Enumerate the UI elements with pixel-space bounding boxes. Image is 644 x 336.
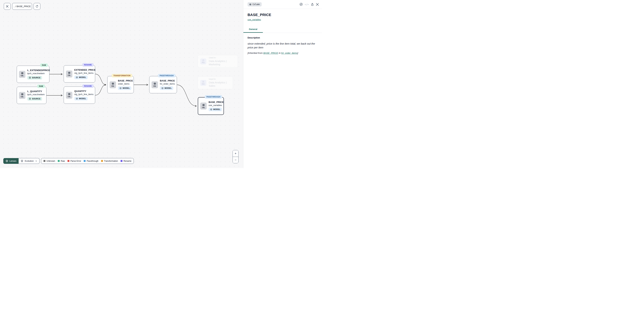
legend-item: Transformation — [101, 160, 118, 162]
lens-dropdown[interactable]: Evolution — [18, 158, 39, 164]
used-in-label: Used In — [209, 57, 235, 59]
col-label: COL — [153, 85, 156, 87]
cube-icon — [162, 87, 164, 89]
archive-icon — [202, 59, 204, 62]
legend-item: Parse Error — [68, 160, 81, 162]
database-icon — [29, 98, 31, 100]
layers-icon — [21, 160, 23, 162]
node-title: QUANTITY — [74, 90, 86, 93]
database-icon — [29, 77, 31, 79]
prj-label: PRJ — [202, 62, 205, 64]
cube-icon — [76, 76, 78, 79]
share-icon[interactable] — [311, 3, 314, 6]
node-title: L_EXTENDEDPRICE — [27, 69, 50, 72]
used-in-card-marketing[interactable]: PRJ Used In Data Analytics | Marketing — [198, 55, 238, 68]
app: .. / BASE_PRICE RAW COL L_EXTENDEDPRICE … — [0, 0, 322, 168]
edge — [95, 85, 106, 95]
node-subtitle: tpch_now.lineitem — [27, 93, 44, 96]
kind-chip: MODEL — [160, 86, 173, 90]
col-label: COL — [68, 96, 71, 98]
lineage-node-quantity[interactable]: RENAME COL QUANTITY stg_tpch_line_items … — [64, 87, 95, 104]
model-link[interactable]: use_variables — [248, 19, 261, 21]
close-icon — [6, 5, 8, 8]
edge — [177, 85, 196, 106]
status-badge: TRANSFORMATION — [112, 74, 132, 77]
kind-chip: MODEL — [118, 86, 131, 90]
prj-label: PRJ — [202, 83, 205, 85]
status-badge: RAW — [37, 85, 45, 88]
entity-type-chip: Column — [248, 2, 262, 7]
inherited-suffix: ] — [298, 52, 298, 54]
close-panel-icon[interactable] — [316, 3, 319, 6]
legend-item: Raw — [58, 160, 65, 162]
legend-label: Unknown — [46, 160, 55, 162]
column-type-box: COL — [110, 81, 116, 88]
columns-icon — [21, 72, 24, 75]
node-subtitle: order_items — [118, 83, 130, 85]
columns-icon — [202, 104, 205, 106]
legend-label: Raw — [61, 160, 65, 162]
lens-selected-label: Evolution — [25, 160, 34, 162]
kind-label: SOURCE — [32, 98, 40, 100]
inherited-column-link[interactable]: BASE_PRICE — [264, 52, 278, 54]
archive-icon — [202, 81, 204, 83]
columns-icon — [249, 3, 251, 6]
compass-icon[interactable] — [300, 3, 303, 6]
close-graph-button[interactable] — [4, 3, 10, 10]
columns-icon — [154, 82, 156, 85]
lineage-canvas[interactable]: .. / BASE_PRICE RAW COL L_EXTENDEDPRICE … — [0, 0, 243, 168]
zoom-in-button[interactable]: + — [233, 150, 238, 157]
inherited-prefix: [Inherited from — [248, 52, 264, 54]
inherited-model-link[interactable]: fct_order_items — [281, 52, 298, 54]
lineage-node-base-price-use-variables[interactable]: PASSTHROUGH COL BASE_PRICE use_variables… — [198, 97, 224, 115]
cube-icon — [76, 98, 78, 100]
detail-panel: Column </> BASE_PRICE use_variables Gene… — [243, 0, 322, 168]
node-title: BASE_PRICE — [208, 101, 224, 104]
panel-icon-group: </> — [300, 3, 319, 6]
refresh-button[interactable] — [34, 3, 40, 10]
used-in-project: Data Analytics | Marketing — [209, 59, 235, 66]
col-label: COL — [68, 74, 71, 76]
lineage-node-base-price-order-items[interactable]: TRANSFORMATION COL BASE_PRICE order_item… — [107, 76, 134, 93]
lineage-node-l-quantity[interactable]: RAW COL L_QUANTITY tpch_now.lineitem SOU… — [17, 87, 46, 104]
node-title: EXTENDED_PRICE — [74, 69, 96, 72]
node-subtitle: tpch_now.lineitem — [27, 72, 44, 75]
used-in-label: Used In — [209, 78, 230, 80]
lineage-node-l-extendedprice[interactable]: RAW COL L_EXTENDEDPRICE tpch_now.lineite… — [17, 66, 50, 83]
node-subtitle: fct_order_items — [160, 83, 175, 85]
legend-item: Passthrough — [84, 160, 98, 162]
breadcrumb[interactable]: .. / BASE_PRICE — [12, 3, 32, 10]
lenses-label: Lenses — [10, 160, 16, 162]
kind-label: MODEL — [164, 87, 172, 89]
legend-label: Parse Error — [70, 160, 81, 162]
col-label: COL — [21, 96, 24, 98]
project-type-box: PRJ — [200, 80, 206, 86]
description-inherited: [Inherited from BASE_PRICE in fct_order_… — [248, 52, 318, 54]
column-type-box: COL — [19, 92, 26, 99]
page-title: BASE_PRICE — [248, 13, 318, 17]
status-badge: RAW — [40, 64, 48, 67]
aperture-icon — [6, 160, 8, 162]
kind-chip: SOURCE — [27, 76, 42, 80]
column-type-box: COL — [19, 71, 26, 78]
node-subtitle: stg_tpch_line_items — [74, 72, 94, 75]
tab-general[interactable]: General — [243, 26, 263, 33]
kind-chip: MODEL — [208, 108, 222, 111]
kind-label: MODEL — [213, 109, 220, 110]
legend-item: Unknown — [44, 160, 55, 162]
used-in-card-sales[interactable]: PRJ Used In Data Analytics | Sales — [198, 76, 233, 89]
lenses-button[interactable]: Lenses — [3, 158, 18, 164]
lineage-node-extended-price[interactable]: RENAME COL EXTENDED_PRICE stg_tpch_line_… — [64, 65, 95, 83]
kind-chip: SOURCE — [27, 97, 42, 101]
kind-chip: MODEL — [74, 97, 88, 101]
kind-label: MODEL — [79, 98, 86, 100]
columns-icon — [112, 82, 114, 85]
used-in-project: Data Analytics | Sales — [209, 81, 230, 88]
columns-icon — [21, 93, 24, 96]
chevron-down-icon — [35, 160, 37, 162]
legend-swatch — [84, 160, 86, 162]
lineage-node-base-price-fct-order-items[interactable]: PASSTHROUGH COL BASE_PRICE fct_order_ite… — [149, 76, 177, 93]
status-badge: PASSTHROUGH — [158, 74, 175, 77]
legend-swatch — [120, 160, 122, 162]
zoom-out-button[interactable]: − — [233, 157, 238, 163]
